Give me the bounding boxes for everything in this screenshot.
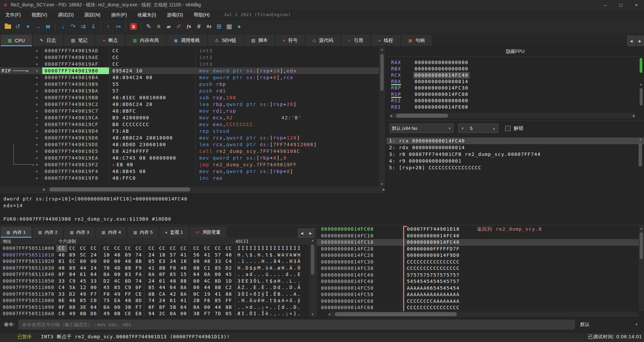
hex-byte[interactable]: 8B bbox=[157, 265, 168, 272]
disassembly-row[interactable]: ● 00007FF7449019AE CC int3 bbox=[0, 54, 379, 61]
hex-byte[interactable]: 00 bbox=[112, 258, 123, 265]
stack-row[interactable]: 000000000014FC10 000000000014FC40 bbox=[317, 233, 639, 239]
stack-row[interactable]: 000000000014FC58 AAAAAAAAAAAAAAAA bbox=[317, 291, 639, 298]
tab-scroll-left-button[interactable]: ◀ bbox=[627, 36, 635, 46]
tab-scroll-right-button[interactable]: ▶ bbox=[636, 36, 644, 46]
hex-byte[interactable]: 8B bbox=[223, 304, 234, 311]
hex-byte[interactable]: 0F bbox=[56, 271, 67, 278]
hex-byte[interactable]: 00 bbox=[202, 304, 213, 311]
hex-dump-row[interactable]: 00007FFF56511000 CCCCCCCCCCCCCCCCCCCCCCC… bbox=[0, 245, 309, 252]
hex-byte[interactable]: 0A bbox=[168, 310, 178, 317]
hex-byte[interactable]: 45 bbox=[101, 284, 112, 291]
arguments-list[interactable]: 1: rcx 000000000014FC402: rdx 0000000000… bbox=[386, 136, 644, 225]
tab-threads[interactable]: » 线程 bbox=[371, 35, 400, 46]
hex-byte[interactable]: 48 bbox=[178, 265, 189, 272]
hex-byte[interactable]: 8B bbox=[112, 310, 123, 317]
scroll-handle[interactable] bbox=[49, 187, 190, 191]
hex-byte[interactable]: 00 bbox=[191, 278, 202, 285]
hex-byte[interactable]: 8B bbox=[133, 258, 144, 265]
hex-dump-row[interactable]: 00007FFF56511030 48894424704D8BF9418BF84… bbox=[0, 265, 309, 272]
hex-byte[interactable]: 5B bbox=[168, 304, 178, 311]
hex-byte[interactable]: CC bbox=[223, 245, 234, 252]
hex-dump-row[interactable]: 00007FFF56511010 48895C24104889742418574… bbox=[0, 252, 309, 259]
hex-byte[interactable]: 05 bbox=[223, 310, 234, 317]
run-button[interactable]: → bbox=[33, 21, 43, 32]
disassembly-hscrollbar[interactable]: ◀ ▶ bbox=[42, 187, 385, 192]
tab-dump-5[interactable]: ▦ 内存 5 bbox=[127, 227, 158, 238]
hex-byte[interactable]: 85 bbox=[78, 297, 89, 304]
hex-byte[interactable]: 0A bbox=[146, 271, 157, 278]
hex-byte[interactable]: 8B bbox=[213, 284, 223, 291]
hex-byte[interactable]: CC bbox=[123, 245, 133, 252]
hex-byte[interactable]: 00 bbox=[112, 304, 123, 311]
unlock-checkbox[interactable] bbox=[505, 126, 511, 131]
hex-byte[interactable]: F6 bbox=[202, 297, 213, 304]
disassembly-row[interactable]: ● 00007FF7449019D4 F3:AB rep stosd bbox=[0, 128, 379, 134]
hex-byte[interactable]: C2 bbox=[223, 284, 234, 291]
font-button[interactable]: Az bbox=[204, 21, 214, 32]
hex-byte[interactable]: 00 bbox=[191, 284, 202, 291]
menu-item[interactable]: 选项(O) bbox=[161, 10, 188, 19]
hex-byte[interactable]: 48 bbox=[67, 297, 78, 304]
tab-seh[interactable]: ⚠ SEH链 bbox=[208, 35, 243, 46]
hex-byte[interactable]: 8D bbox=[213, 278, 223, 285]
patch-button[interactable]: ✎ bbox=[144, 21, 154, 32]
hex-byte[interactable]: 24 bbox=[89, 265, 99, 272]
hex-byte[interactable]: 7D bbox=[213, 310, 223, 317]
hex-dump-row[interactable]: 00007FFF56511020 81EC80000000488B05E3341… bbox=[0, 258, 309, 265]
hide-fpu-button[interactable]: 隐藏FPU bbox=[386, 47, 644, 57]
maximize-button[interactable]: □ bbox=[613, 0, 629, 10]
hex-byte[interactable]: 48 bbox=[123, 297, 133, 304]
hex-byte[interactable]: 83 bbox=[123, 271, 133, 278]
scroll-up-icon[interactable]: ▲ bbox=[311, 238, 314, 243]
hex-byte[interactable]: 45 bbox=[78, 278, 89, 285]
hex-byte[interactable]: 10 bbox=[101, 252, 112, 259]
hex-byte[interactable]: CC bbox=[178, 245, 189, 252]
hex-byte[interactable]: CC bbox=[213, 245, 223, 252]
hex-byte[interactable]: 5A bbox=[67, 284, 78, 291]
hex-byte[interactable]: 4D bbox=[112, 265, 123, 272]
register-row[interactable]: RDX 0000000000000014 bbox=[391, 78, 644, 85]
hex-byte[interactable]: 8F bbox=[157, 304, 168, 311]
hex-byte[interactable]: 0F bbox=[146, 304, 157, 311]
tab-locals[interactable]: x= 局部变量 bbox=[190, 227, 226, 238]
disassembly-row[interactable]: ● 00007FF7449019B9 55 push rbp bbox=[0, 81, 379, 88]
hex-byte[interactable]: 88 bbox=[67, 304, 78, 311]
scroll-up-icon[interactable]: ▲ bbox=[640, 226, 642, 231]
tab-dump-2[interactable]: ▦ 内存 2 bbox=[33, 227, 63, 238]
tab-dump-4[interactable]: ▦ 内存 4 bbox=[96, 227, 127, 238]
hex-byte[interactable]: 0A bbox=[101, 271, 112, 278]
scroll-left-icon[interactable]: ◀ bbox=[42, 187, 45, 192]
register-row[interactable]: RBX 0000000000000000 bbox=[391, 66, 644, 72]
hex-byte[interactable]: 85 bbox=[112, 284, 123, 291]
hex-byte[interactable]: 85 bbox=[146, 284, 157, 291]
hex-byte[interactable]: CC bbox=[157, 245, 168, 252]
hex-byte[interactable]: 61 bbox=[157, 278, 168, 285]
calculator-button[interactable]: ▦ bbox=[224, 21, 234, 32]
argument-count-spinner[interactable]: ▼ 5 ▲ bbox=[458, 124, 498, 133]
calling-convention-select[interactable]: 默认 (x64 fas ▼ bbox=[390, 124, 453, 133]
hex-byte[interactable]: 8B bbox=[146, 291, 157, 298]
menu-item[interactable]: 插件(P) bbox=[106, 10, 132, 19]
disassembly-row[interactable]: ● 00007FF7449019CA B9 42000000 mov ecx,4… bbox=[0, 114, 379, 121]
register-row[interactable]: RCX 000000000014FC40 bbox=[391, 72, 644, 78]
eraser-button[interactable]: ▰ bbox=[164, 21, 174, 32]
stack-row[interactable]: 000000000014FC08 00007FF744901D18 返回到 re… bbox=[317, 226, 639, 233]
hex-byte[interactable]: 00 bbox=[89, 284, 99, 291]
spinner-up-icon[interactable]: ▲ bbox=[490, 127, 498, 130]
tab-dump-1[interactable]: ▦ 内存 1 bbox=[1, 227, 32, 238]
hex-dump-row[interactable]: 00007FFF56511060 C45A12004585C90F8544640… bbox=[0, 284, 309, 291]
hex-byte[interactable]: 18 bbox=[157, 252, 168, 259]
hex-byte[interactable]: CC bbox=[133, 245, 144, 252]
hex-byte[interactable]: 00 bbox=[89, 258, 99, 265]
step-out-button[interactable]: ↑ bbox=[103, 21, 113, 32]
hex-byte[interactable]: 12 bbox=[78, 284, 89, 291]
hex-byte[interactable]: D2 bbox=[101, 278, 112, 285]
scroll-left-icon[interactable]: ◀ bbox=[390, 113, 392, 118]
hex-byte[interactable]: 8B bbox=[123, 265, 133, 272]
hex-byte[interactable]: F7 bbox=[202, 310, 213, 317]
hex-byte[interactable]: 41 bbox=[146, 265, 157, 272]
hex-byte[interactable]: 8D bbox=[123, 278, 133, 285]
stack-vscrollbar[interactable]: ▲ bbox=[639, 226, 644, 311]
scroll-right-icon[interactable]: ▶ bbox=[383, 187, 385, 192]
